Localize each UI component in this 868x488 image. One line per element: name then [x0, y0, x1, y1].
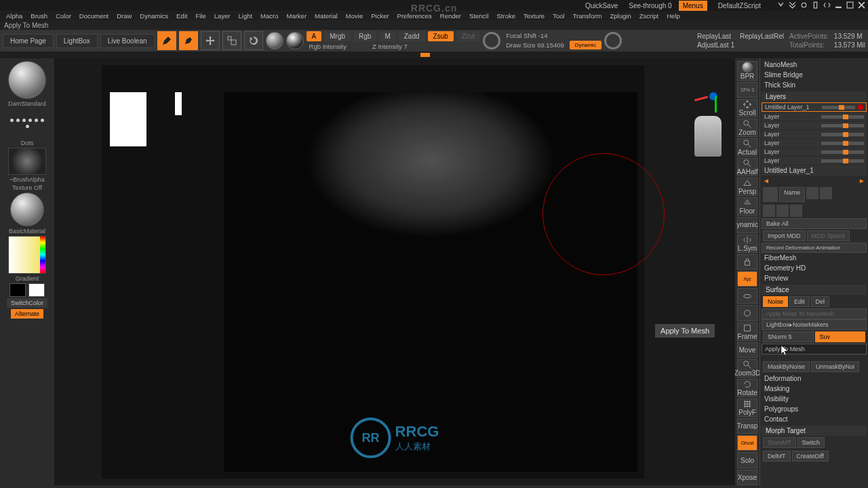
draw-button[interactable] — [179, 31, 198, 50]
dynamic-toggle[interactable]: Dynamic — [570, 41, 601, 49]
xyz-button[interactable]: Xyz — [737, 271, 757, 287]
material-preview[interactable] — [10, 192, 44, 226]
history-ring-icon[interactable] — [604, 32, 622, 49]
divider-icon[interactable] — [812, 1, 819, 10]
lightbox-button[interactable]: LightBox — [56, 34, 98, 48]
rot-y-button[interactable] — [737, 288, 757, 304]
menu-item-tool[interactable]: Tool — [549, 12, 568, 20]
dynamic-button[interactable]: ynamic — [737, 217, 757, 232]
aahalf-button[interactable]: AAHalf — [737, 158, 757, 176]
menu-item-macro[interactable]: Macro — [257, 12, 281, 20]
edit-noise-button[interactable]: Edit — [789, 296, 810, 307]
layer-row[interactable]: Layer — [762, 157, 867, 165]
menu-item-material[interactable]: Material — [311, 12, 341, 20]
preview-section[interactable]: Preview — [762, 273, 867, 283]
menu-item-light[interactable]: Light — [235, 12, 256, 20]
contact-section[interactable]: Contact — [762, 414, 867, 424]
name-button[interactable]: Name — [779, 187, 805, 202]
mask-by-noise-button[interactable]: MaskByNoise — [763, 361, 810, 372]
layer-c-icon[interactable] — [790, 205, 802, 217]
ghost-button[interactable]: Ghost — [737, 435, 757, 451]
m-toggle[interactable]: M — [379, 31, 395, 41]
solo-button[interactable]: Solo — [737, 452, 757, 468]
gizmo-sphere-icon[interactable] — [266, 32, 283, 49]
actual-button[interactable]: Actual — [737, 138, 757, 157]
adjust-last-button[interactable]: AdjustLast 1 — [697, 41, 734, 49]
zoom-button[interactable]: Zoom — [737, 119, 757, 137]
menus-button[interactable]: Menus — [679, 1, 707, 11]
stroke-preview[interactable] — [8, 108, 46, 138]
default-zscript-button[interactable]: DefaultZScript — [714, 1, 765, 11]
menu-item-layer[interactable]: Layer — [211, 12, 234, 20]
local-symmetry-button[interactable]: L.Sym — [737, 235, 757, 253]
menu-item-texture[interactable]: Texture — [520, 12, 548, 20]
layer-row[interactable]: Untitled Layer_1 — [762, 102, 867, 112]
move-view-button[interactable]: Move — [737, 342, 757, 358]
collapse-icon[interactable] — [789, 1, 796, 10]
layer-dup-icon[interactable] — [806, 187, 818, 199]
menu-item-document[interactable]: Document — [76, 12, 112, 20]
hide-icon[interactable] — [777, 1, 785, 10]
bake-all-button[interactable]: Bake All — [762, 218, 867, 229]
replay-last-rel-button[interactable]: ReplayLastRel — [740, 33, 784, 40]
menu-item-zplugin[interactable]: Zplugin — [607, 12, 635, 20]
scale-button[interactable] — [222, 31, 241, 50]
menu-item-draw[interactable]: Draw — [113, 12, 135, 20]
zoom3d-button[interactable]: Zoom3D — [737, 359, 757, 378]
masking-section[interactable]: Masking — [762, 384, 867, 394]
zcut-toggle[interactable]: Zcut — [456, 31, 480, 41]
layer-row[interactable]: Layer — [762, 121, 867, 129]
polyframe-button[interactable]: PolyF — [737, 399, 757, 417]
edit-button[interactable] — [157, 31, 176, 50]
persp-button[interactable]: Persp — [737, 178, 757, 196]
menu-item-stencil[interactable]: Stencil — [466, 12, 492, 20]
import-mdd-button[interactable]: Import MDD — [763, 230, 806, 241]
zadd-toggle[interactable]: Zadd — [399, 31, 425, 41]
a-toggle[interactable]: A — [307, 31, 322, 41]
menu-item-file[interactable]: File — [192, 12, 209, 20]
unmask-by-noise-button[interactable]: UnmaskByNoi — [811, 361, 859, 372]
brush-preview[interactable] — [8, 61, 46, 99]
menu-item-picker[interactable]: Picker — [368, 12, 392, 20]
rgb-toggle[interactable]: Rgb — [353, 31, 376, 41]
layer-row[interactable]: Layer — [762, 113, 867, 121]
layers-header[interactable]: Layers — [762, 92, 867, 102]
lightbox-noisemakers-button[interactable]: Lightbox▸NoiseMakers — [762, 319, 867, 330]
menu-item-dynamics[interactable]: Dynamics — [136, 12, 172, 20]
menu-item-edit[interactable]: Edit — [173, 12, 191, 20]
maximize-icon[interactable] — [846, 1, 854, 10]
move-button[interactable] — [201, 31, 220, 50]
arrows-icon[interactable] — [823, 1, 831, 10]
fibermesh-section[interactable]: FiberMesh — [762, 253, 867, 263]
home-page-button[interactable]: Home Page — [3, 34, 54, 48]
layer-row[interactable]: Layer — [762, 139, 867, 147]
switch-mt-button[interactable]: Switch — [797, 437, 825, 448]
replay-last-button[interactable]: ReplayLast — [697, 33, 734, 40]
rotate-button[interactable] — [244, 31, 263, 50]
sculptris-icon[interactable] — [286, 32, 304, 49]
viewport[interactable]: Apply To Mesh RR RRCG 人人素材 — [54, 58, 735, 485]
thick-skin-section[interactable]: Thick Skin — [762, 80, 867, 90]
floor-button[interactable]: Floor — [737, 197, 757, 216]
z-intensity-slider[interactable]: Z Intensity 7 — [370, 43, 410, 50]
minimize-icon[interactable] — [835, 1, 842, 10]
nanomesh-section[interactable]: NanoMesh — [762, 60, 867, 70]
del-mt-button[interactable]: DelMT — [763, 451, 791, 462]
suv-slider[interactable]: Suv — [815, 331, 866, 342]
scroll-button[interactable]: Scroll — [737, 99, 757, 117]
menu-item-marker[interactable]: Marker — [283, 12, 311, 20]
alternate-button[interactable]: Alternate — [11, 309, 43, 319]
refresh-icon[interactable] — [800, 1, 808, 10]
timeline-ruler[interactable] — [0, 52, 868, 58]
bpr-button[interactable]: BPR — [737, 61, 757, 81]
layer-a-icon[interactable] — [763, 205, 775, 217]
draw-size-slider[interactable]: Draw Size 69.15409 — [503, 41, 567, 49]
switch-color-button[interactable]: SwitchColor — [7, 298, 47, 308]
layer-row[interactable]: Layer — [762, 130, 867, 138]
zsub-toggle[interactable]: Zsub — [428, 31, 454, 41]
menu-item-color[interactable]: Color — [52, 12, 75, 20]
menu-item-stroke[interactable]: Stroke — [494, 12, 519, 20]
focal-shift-slider[interactable]: Focal Shift -14 — [503, 32, 601, 39]
snorm-slider[interactable]: SNorm 5 — [763, 331, 814, 342]
rotate-view-button[interactable]: Rotate — [737, 379, 757, 397]
